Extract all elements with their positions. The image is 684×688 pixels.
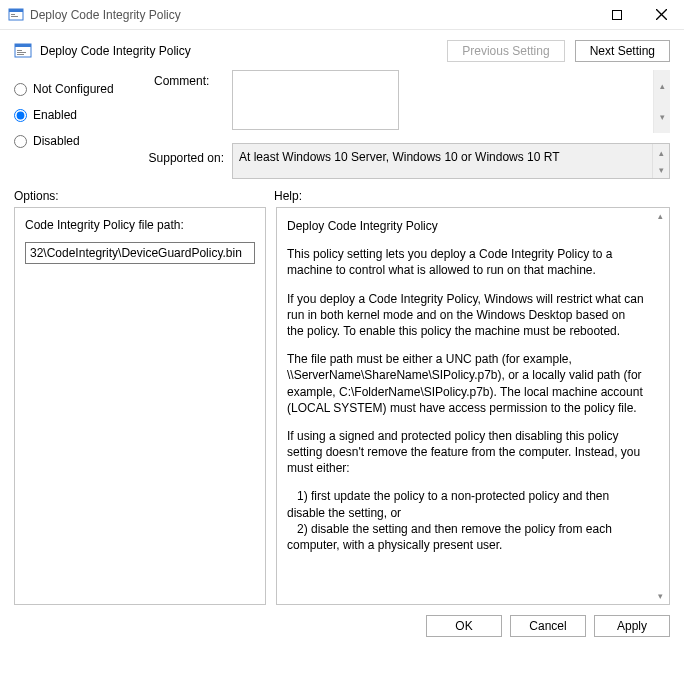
options-section-label: Options: [14, 189, 274, 203]
help-paragraph: If using a signed and protected policy t… [287, 428, 645, 477]
help-section-label: Help: [274, 189, 302, 203]
radio-enabled-input[interactable] [14, 109, 27, 122]
help-scrollbar[interactable]: ▴ ▾ [652, 208, 669, 604]
ok-button[interactable]: OK [426, 615, 502, 637]
help-list-item: 1) first update the policy to a non-prot… [287, 488, 645, 520]
cancel-button[interactable]: Cancel [510, 615, 586, 637]
help-paragraph: The file path must be either a UNC path … [287, 351, 645, 416]
help-content: Deploy Code Integrity Policy This policy… [287, 218, 659, 553]
window-controls [549, 0, 684, 29]
state-column: Not Configured Enabled Disabled [14, 70, 144, 179]
supported-value: At least Windows 10 Server, Windows 10 o… [239, 150, 560, 164]
svg-rect-9 [17, 50, 22, 51]
help-paragraph: If you deploy a Code Integrity Policy, W… [287, 291, 645, 340]
apply-button[interactable]: Apply [594, 615, 670, 637]
policy-icon [14, 42, 32, 60]
maximize-button[interactable] [594, 0, 639, 29]
close-button[interactable] [639, 0, 684, 29]
nav-buttons: Previous Setting Next Setting [447, 40, 670, 62]
options-pane: Code Integrity Policy file path: [14, 207, 266, 605]
scroll-down-icon[interactable]: ▾ [654, 102, 670, 134]
upper-area: Not Configured Enabled Disabled Comment:… [0, 70, 684, 185]
radio-not-configured-input[interactable] [14, 83, 27, 96]
radio-disabled-label: Disabled [33, 134, 80, 148]
radio-disabled[interactable]: Disabled [14, 128, 144, 154]
radio-not-configured-label: Not Configured [33, 82, 114, 96]
supported-label: Supported on: [134, 143, 224, 179]
filepath-label: Code Integrity Policy file path: [25, 218, 255, 232]
supported-scrollbar[interactable]: ▴ ▾ [652, 144, 669, 178]
svg-rect-10 [17, 52, 26, 53]
help-title: Deploy Code Integrity Policy [287, 218, 645, 234]
next-setting-button[interactable]: Next Setting [575, 40, 670, 62]
svg-rect-3 [11, 16, 18, 17]
window-icon [8, 7, 24, 23]
svg-rect-8 [15, 44, 31, 47]
titlebar: Deploy Code Integrity Policy [0, 0, 684, 30]
lower-area: Code Integrity Policy file path: Deploy … [0, 207, 684, 605]
svg-rect-11 [17, 54, 24, 55]
help-paragraph: This policy setting lets you deploy a Co… [287, 246, 645, 278]
footer: OK Cancel Apply [0, 605, 684, 647]
svg-rect-1 [9, 9, 23, 12]
scroll-down-icon[interactable]: ▾ [653, 161, 669, 178]
filepath-input[interactable] [25, 242, 255, 264]
header: Deploy Code Integrity Policy Previous Se… [0, 30, 684, 70]
svg-rect-2 [11, 14, 15, 15]
previous-setting-button[interactable]: Previous Setting [447, 40, 564, 62]
help-list-item: 2) disable the setting and then remove t… [287, 521, 645, 553]
radio-not-configured[interactable]: Not Configured [14, 76, 144, 102]
radio-enabled-label: Enabled [33, 108, 77, 122]
scroll-down-icon[interactable]: ▾ [652, 588, 669, 604]
scroll-up-icon[interactable]: ▴ [653, 144, 669, 161]
supported-row: Supported on: At least Windows 10 Server… [134, 143, 670, 179]
radio-enabled[interactable]: Enabled [14, 102, 144, 128]
svg-rect-4 [612, 10, 621, 19]
comment-scrollbar[interactable]: ▴ ▾ [653, 70, 670, 133]
scroll-up-icon[interactable]: ▴ [652, 208, 669, 224]
page-title: Deploy Code Integrity Policy [40, 44, 447, 58]
right-column: Comment: ▴ ▾ Supported on: At least Wind… [154, 70, 670, 179]
section-labels: Options: Help: [0, 185, 684, 207]
comment-label: Comment: [154, 70, 224, 133]
radio-disabled-input[interactable] [14, 135, 27, 148]
window-title: Deploy Code Integrity Policy [30, 8, 549, 22]
scroll-up-icon[interactable]: ▴ [654, 70, 670, 102]
comment-row: Comment: ▴ ▾ [154, 70, 670, 133]
help-pane: Deploy Code Integrity Policy This policy… [276, 207, 670, 605]
supported-value-box: At least Windows 10 Server, Windows 10 o… [232, 143, 670, 179]
comment-input[interactable] [232, 70, 399, 130]
